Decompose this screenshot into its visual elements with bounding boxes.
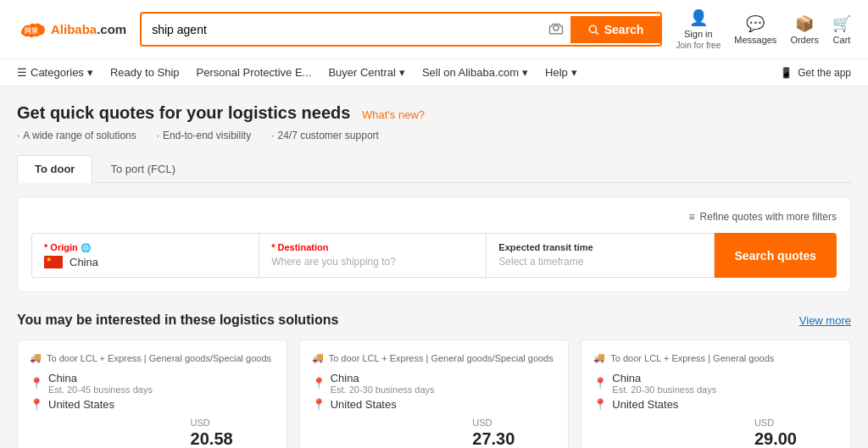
feature-2: · End-to-end visibility: [157, 130, 251, 141]
svg-point-2: [589, 25, 596, 32]
origin-sub: Est. 20-30 business days: [331, 384, 435, 395]
hero-features: · A wide range of solutions · End-to-end…: [17, 130, 851, 141]
origin-value: China: [70, 256, 98, 268]
price-amount: 29.00: [754, 429, 838, 448]
route-destination: 📍 United States: [312, 398, 557, 411]
nav: ☰ Categories ▾ Ready to Ship Personal Pr…: [0, 59, 868, 86]
search-input[interactable]: [142, 16, 542, 43]
price-amount: 27.30: [472, 429, 556, 448]
orders-action[interactable]: 📦 Orders: [790, 14, 819, 45]
route-origin: 📍 China Est. 20-30 business days: [312, 372, 557, 395]
quote-form: * Origin 🌐 China * Destination Where are…: [31, 233, 837, 278]
destination-name: United States: [48, 398, 114, 411]
shipping-tabs: To door To port (FCL): [17, 155, 851, 183]
feature-3: · 24/7 customer support: [271, 130, 379, 141]
pin-icon: 📍: [312, 377, 326, 390]
origin-name: China: [48, 372, 153, 384]
chevron-down-icon: ▾: [399, 66, 405, 79]
solutions-title: You may be interested in these logistics…: [17, 312, 338, 328]
card-route: 📍 China Est. 20-45 business days 📍 Unite…: [30, 372, 275, 411]
truck-icon: 🚚: [30, 352, 42, 363]
card-price-row: USD 27.30 (Default load: 21 kg): [312, 418, 557, 448]
card-tags: 🚚 To door LCL + Express | General goods/…: [312, 352, 557, 363]
price-currency: USD: [472, 418, 556, 428]
orders-icon: 📦: [795, 14, 814, 33]
card-price-row: USD 20.58 (Default load: 21 kg): [30, 418, 275, 448]
search-button[interactable]: Search: [570, 16, 661, 43]
route-destination: 📍 United States: [593, 398, 838, 411]
svg-text:阿里: 阿里: [25, 26, 38, 34]
card-tags: 🚚 To door LCL + Express | General goods: [593, 352, 838, 363]
logistics-card: 🚚 To door LCL + Express | General goods/…: [299, 340, 570, 448]
truck-icon: 🚚: [312, 352, 324, 363]
price-currency: USD: [754, 418, 838, 428]
svg-point-1: [554, 25, 559, 30]
destination-field[interactable]: * Destination Where are you shipping to?: [259, 233, 486, 278]
pin-icon: 📍: [30, 398, 43, 411]
alibaba-logo-icon: 阿里: [17, 19, 47, 40]
nav-ready-to-ship[interactable]: Ready to Ship: [110, 66, 180, 79]
get-app-link[interactable]: 📱 Get the app: [780, 67, 851, 79]
pin-icon: 📍: [593, 377, 607, 390]
whats-new-link[interactable]: What's new?: [362, 108, 425, 121]
hamburger-icon: ☰: [17, 66, 27, 79]
pin-icon: 📍: [30, 377, 43, 390]
price-amount: 20.58: [191, 429, 275, 448]
quote-form-wrapper: ≡ Refine quotes with more filters * Orig…: [17, 196, 851, 292]
origin-sub: Est. 20-30 business days: [612, 384, 716, 395]
cart-icon: 🛒: [832, 14, 851, 33]
nav-help[interactable]: Help ▾: [545, 66, 577, 79]
chevron-down-icon: ▾: [571, 66, 577, 79]
transit-field[interactable]: Expected transit time Select a timeframe: [486, 233, 714, 278]
pin-icon: 📍: [593, 398, 607, 411]
logistics-card: 🚚 To door LCL + Express | General goods …: [581, 340, 851, 448]
destination-placeholder: Where are you shipping to?: [271, 256, 396, 268]
origin-sub: Est. 20-45 business days: [48, 384, 153, 395]
nav-sell[interactable]: Sell on Alibaba.com ▾: [422, 66, 528, 79]
messages-icon: 💬: [746, 14, 765, 33]
price-currency: USD: [191, 418, 275, 428]
route-origin: 📍 China Est. 20-45 business days: [30, 372, 275, 395]
tab-to-door[interactable]: To door: [17, 155, 92, 183]
search-bar: Search: [140, 12, 662, 47]
main-content: Get quick quotes for your logistics need…: [0, 86, 868, 448]
pin-icon: 📍: [312, 398, 326, 411]
destination-name: United States: [612, 398, 678, 411]
price-info: USD 20.58 (Default load: 21 kg): [191, 418, 275, 448]
route-origin: 📍 China Est. 20-30 business days: [593, 372, 838, 395]
cards-grid: 🚚 To door LCL + Express | General goods/…: [17, 340, 851, 448]
chevron-down-icon: ▾: [87, 66, 93, 79]
view-more-link[interactable]: View more: [799, 314, 851, 327]
transit-placeholder: Select a timeframe: [498, 256, 583, 268]
camera-icon-btn[interactable]: [542, 14, 570, 45]
tab-to-port[interactable]: To port (FCL): [92, 155, 193, 182]
truck-icon: 🚚: [593, 352, 605, 363]
feature-1: · A wide range of solutions: [17, 130, 136, 141]
filter-icon: ≡: [689, 211, 695, 223]
refine-bar[interactable]: ≡ Refine quotes with more filters: [31, 211, 837, 223]
messages-action[interactable]: 💬 Messages: [734, 14, 776, 45]
logo-text: Alibaba.com: [51, 22, 126, 36]
nav-personal-protective[interactable]: Personal Protective E...: [197, 66, 312, 79]
solutions-header: You may be interested in these logistics…: [17, 312, 851, 328]
sign-in-action[interactable]: 👤 Sign in Join for free: [676, 8, 721, 50]
price-info: USD 29.00 (Default load: 21 kg): [754, 418, 838, 448]
hero-title: Get quick quotes for your logistics need…: [17, 103, 851, 123]
origin-name: China: [612, 372, 716, 384]
origin-name: China: [331, 372, 435, 384]
card-route: 📍 China Est. 20-30 business days 📍 Unite…: [593, 372, 838, 411]
nav-categories[interactable]: ☰ Categories ▾: [17, 66, 93, 79]
nav-buyer-central[interactable]: Buyer Central ▾: [328, 66, 404, 79]
destination-name: United States: [331, 398, 397, 411]
phone-icon: 📱: [780, 67, 793, 79]
chevron-down-icon: ▾: [522, 66, 528, 79]
cart-action[interactable]: 🛒 Cart: [832, 14, 851, 45]
origin-label: * Origin 🌐: [44, 242, 247, 252]
logo[interactable]: 阿里 Alibaba.com: [17, 19, 126, 40]
person-icon: 👤: [689, 8, 708, 27]
card-route: 📍 China Est. 20-30 business days 📍 Unite…: [312, 372, 557, 411]
origin-field[interactable]: * Origin 🌐 China: [31, 233, 259, 278]
header-actions: 👤 Sign in Join for free 💬 Messages 📦 Ord…: [676, 8, 851, 50]
search-quotes-button[interactable]: Search quotes: [715, 233, 837, 278]
destination-label: * Destination: [271, 242, 474, 252]
